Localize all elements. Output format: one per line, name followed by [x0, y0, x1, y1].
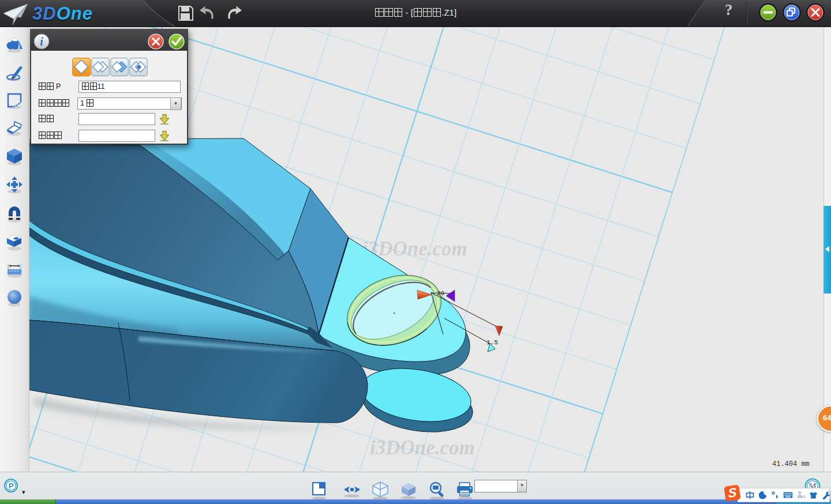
svg-text:14: 14: [801, 495, 806, 499]
svg-text:i3DOne.com: i3DOne.com: [370, 437, 475, 459]
svg-text:20: 20: [437, 290, 444, 297]
svg-text:1.5: 1.5: [486, 339, 498, 346]
svg-text:i: i: [40, 35, 43, 48]
svg-text:P: P: [9, 482, 14, 490]
